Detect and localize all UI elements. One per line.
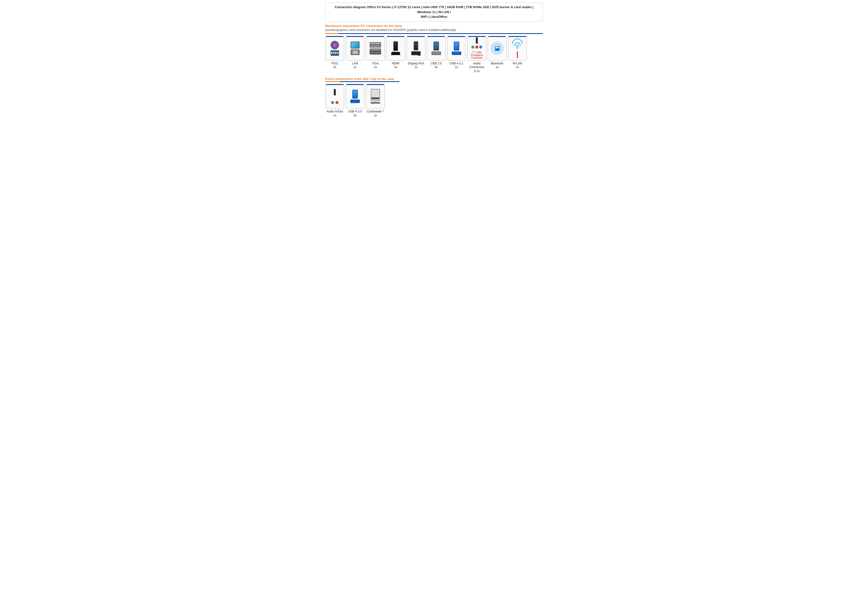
usba31-label: USB-A 3.1	[450, 62, 463, 65]
cardreader-count: 1x	[367, 114, 384, 118]
lan-label: LAN	[352, 62, 358, 65]
audio-label: AudioConnectors	[469, 62, 484, 69]
usba30-label: USB-A 3.0	[348, 110, 362, 114]
connector-lan: LAN 1x	[346, 36, 365, 73]
audio-note: *7.1 withFrontpanelConnector	[471, 51, 483, 59]
usba31-count: 1x	[450, 65, 463, 69]
connector-ps2: PS/2 2x	[325, 36, 344, 73]
connector-bluetooth: ⬓ Bluetooth 1x	[487, 36, 507, 73]
page-title: Connection diagram Office V3 Series | i7…	[325, 3, 543, 22]
front-section: Front connections front side / top of th…	[325, 77, 543, 117]
usb2-count: 4x	[431, 65, 442, 69]
mainboard-section: Mainboard connectors PC connectors on th…	[325, 24, 543, 73]
connector-audio-inout: Audio In/Out 1x	[325, 84, 344, 117]
audio-count: 5.1x	[469, 69, 484, 73]
hdmi-count: 1x	[392, 65, 400, 69]
ps2-label: PS/2	[332, 62, 338, 65]
connector-usb2: USB 2.0 4x	[426, 36, 446, 73]
title-line2: WiFi | LibreOffice	[421, 15, 447, 19]
mainboard-heading: Mainboard connectors PC connectors on th…	[325, 24, 543, 28]
wlan-label: W-LAN	[513, 62, 522, 65]
usba30-count: 2x	[348, 114, 362, 118]
vga-label: VGA	[372, 62, 378, 65]
dp-label: Display Port	[408, 62, 424, 65]
bluetooth-label: Bluetooth	[491, 62, 504, 65]
connector-hdmi: HDMI 1x	[386, 36, 405, 73]
mainboard-subheading: (monitor/graphics card connectors are di…	[325, 28, 543, 32]
back-connectors-grid: PS/2 2x	[325, 36, 543, 73]
title-line1: Connection diagram Office V3 Series | i7…	[335, 5, 533, 14]
vga-count: 1x	[372, 65, 378, 69]
bluetooth-count: 1x	[491, 65, 504, 69]
front-heading: Front connections front side / top of th…	[325, 77, 543, 81]
connector-wlan: W-LAN 1x	[508, 36, 527, 73]
ps2-count: 2x	[332, 65, 338, 69]
hdmi-label: HDMI	[392, 62, 400, 65]
front-connectors-grid: Audio In/Out 1x USB-A 3.0 2x	[325, 84, 543, 117]
dp-count: 1x	[408, 65, 424, 69]
connector-displayport: Display Port 1x	[406, 36, 426, 73]
connector-cardreader: Cardreader * 1x	[366, 84, 385, 117]
audio-inout-label: Audio In/Out	[327, 110, 343, 114]
connector-usba31: USB-A 3.1 1x	[447, 36, 466, 73]
lan-count: 1x	[352, 65, 358, 69]
connector-audio: *7.1 withFrontpanelConnector AudioConnec…	[467, 36, 487, 73]
cardreader-label: Cardreader *	[367, 110, 384, 114]
usb2-label: USB 2.0	[431, 62, 442, 65]
audio-inout-count: 1x	[327, 114, 343, 118]
wlan-count: 1x	[513, 65, 522, 69]
connector-usba30-front: USB-A 3.0 2x	[346, 84, 365, 117]
connector-vga: VGA 1x	[366, 36, 385, 73]
